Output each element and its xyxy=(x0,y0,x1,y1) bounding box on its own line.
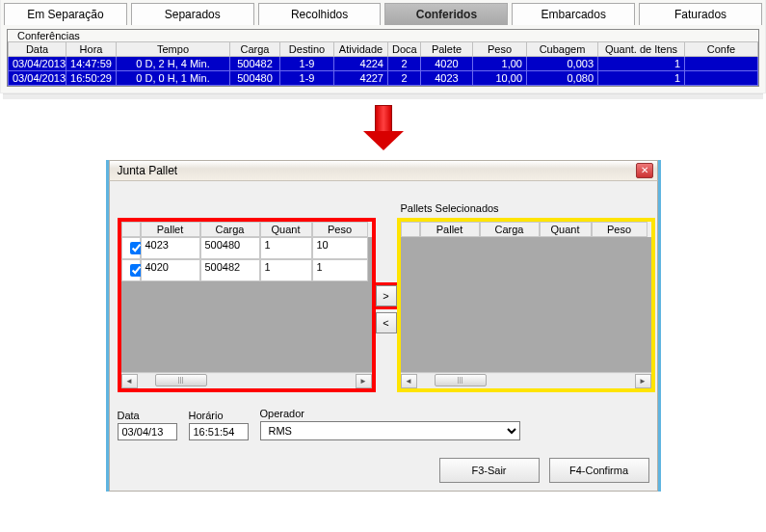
tab-conferidos[interactable]: Conferidos xyxy=(384,3,508,25)
data-field[interactable] xyxy=(118,423,177,440)
scroll-left-icon[interactable]: ◄ xyxy=(121,374,138,388)
available-pallets-grid[interactable]: Pallet Carga Quant Peso 4023 500480 1 10 xyxy=(121,222,372,388)
junta-pallet-dialog: Junta Pallet ✕ Pallet Carga Quant Peso xyxy=(106,160,661,492)
h-scrollbar[interactable]: ◄ ||| ► xyxy=(121,372,372,388)
table-row[interactable]: 03/04/2013 14:47:59 0 D, 2 H, 4 Min. 500… xyxy=(9,57,758,71)
move-left-button[interactable]: < xyxy=(376,312,397,333)
exit-button[interactable]: F3-Sair xyxy=(439,458,540,483)
dialog-title: Junta Pallet xyxy=(118,164,178,177)
tab-em-separacao[interactable]: Em Separação xyxy=(4,3,127,25)
arrow-down-icon xyxy=(363,105,404,150)
tab-embarcados[interactable]: Embarcados xyxy=(512,3,635,25)
h-scrollbar[interactable]: ◄ ||| ► xyxy=(401,372,651,388)
scroll-left-icon[interactable]: ◄ xyxy=(401,374,417,388)
table-row[interactable]: 03/04/2013 16:50:29 0 D, 0 H, 1 Min. 500… xyxy=(9,71,758,86)
scroll-right-icon[interactable]: ► xyxy=(635,374,651,388)
operador-label: Operador xyxy=(260,408,520,419)
conferencias-group: Conferências Data Hora Tempo Carga Desti… xyxy=(7,29,759,87)
group-title: Conferências xyxy=(13,30,84,41)
confirm-button[interactable]: F4-Confirma xyxy=(549,458,649,483)
horario-field[interactable] xyxy=(189,423,249,440)
selected-pallets-grid[interactable]: Pallet Carga Quant Peso ◄ ||| ► xyxy=(401,222,651,388)
data-label: Data xyxy=(118,410,177,421)
move-right-button[interactable]: > xyxy=(376,285,397,306)
tab-recolhidos[interactable]: Recolhidos xyxy=(258,3,382,25)
scroll-right-icon[interactable]: ► xyxy=(356,374,372,388)
conferencias-grid[interactable]: Data Hora Tempo Carga Destino Atividade … xyxy=(8,41,758,86)
tab-faturados[interactable]: Faturados xyxy=(639,3,762,25)
operador-select[interactable]: RMS xyxy=(260,421,520,440)
selected-pallets-box: Pallets Selecionados Pallet Carga Quant … xyxy=(397,218,655,392)
status-tabs: Em Separação Separados Recolhidos Confer… xyxy=(4,3,762,25)
horario-label: Horário xyxy=(189,410,249,421)
selected-legend: Pallets Selecionados xyxy=(401,202,499,214)
close-icon[interactable]: ✕ xyxy=(636,163,653,178)
available-pallets-box: Pallet Carga Quant Peso 4023 500480 1 10 xyxy=(118,218,376,392)
list-item[interactable]: 4020 500482 1 1 xyxy=(121,259,372,281)
list-item[interactable]: 4023 500480 1 10 xyxy=(121,237,372,259)
grid-header-row: Data Hora Tempo Carga Destino Atividade … xyxy=(9,42,758,57)
tab-separados[interactable]: Separados xyxy=(131,3,254,25)
